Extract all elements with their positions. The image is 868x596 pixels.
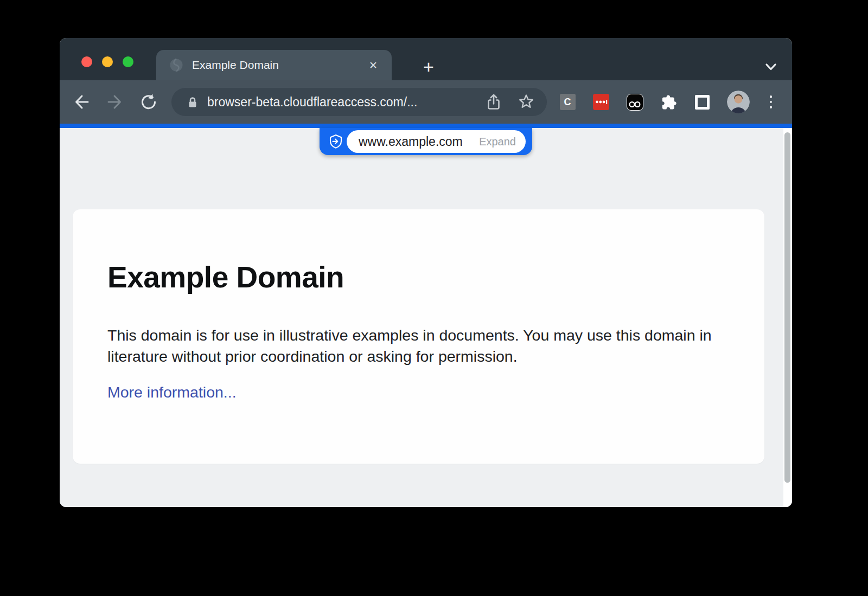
page-paragraph: This domain is for use in illustrative e… xyxy=(107,325,730,367)
isolation-accent-bar xyxy=(60,124,792,128)
tab-strip: Example Domain ✕ + xyxy=(60,38,792,80)
remote-url-field[interactable]: www.example.com Expand xyxy=(347,130,526,153)
close-tab-icon[interactable]: ✕ xyxy=(366,57,381,73)
minimize-window-button[interactable] xyxy=(102,56,113,67)
lock-icon[interactable] xyxy=(186,95,200,109)
extension-c-icon[interactable]: C xyxy=(559,93,576,111)
fullscreen-window-button[interactable] xyxy=(123,56,133,67)
extension-red-dots-icon[interactable] xyxy=(592,93,610,111)
browser-menu-icon[interactable] xyxy=(764,93,778,111)
share-icon[interactable] xyxy=(484,92,503,112)
tab-title: Example Domain xyxy=(192,59,366,72)
tab-example-domain[interactable]: Example Domain ✕ xyxy=(156,50,392,80)
chevron-down-icon[interactable] xyxy=(764,60,778,74)
side-panel-frame-icon[interactable] xyxy=(693,93,711,111)
toolbar: browser-beta.cloudflareaccess.com/... C xyxy=(60,80,792,124)
page-title: Example Domain xyxy=(107,260,730,294)
forward-button[interactable] xyxy=(104,91,126,113)
shield-arrow-icon xyxy=(325,133,347,150)
content-card: Example Domain This domain is for use in… xyxy=(73,209,764,464)
url-bar[interactable]: browser-beta.cloudflareaccess.com/... xyxy=(171,88,547,116)
reload-button[interactable] xyxy=(138,91,159,113)
new-tab-button[interactable]: + xyxy=(418,56,439,80)
expand-button[interactable]: Expand xyxy=(479,136,516,148)
close-window-button[interactable] xyxy=(81,56,92,67)
bookmark-star-icon[interactable] xyxy=(516,92,536,112)
remote-domain-text: www.example.com xyxy=(359,134,470,149)
desktop-background: { "tab": { "title": "Example Domain" }, … xyxy=(0,0,868,596)
extension-dark-circles-icon[interactable] xyxy=(626,93,643,111)
browser-window: Example Domain ✕ + xyxy=(60,38,792,507)
url-text: browser-beta.cloudflareaccess.com/... xyxy=(207,95,471,110)
globe-favicon-icon xyxy=(169,58,183,72)
extensions-puzzle-icon[interactable] xyxy=(660,93,677,111)
profile-avatar[interactable] xyxy=(727,91,750,113)
back-button[interactable] xyxy=(71,91,92,113)
page-content: www.example.com Expand Example Domain Th… xyxy=(60,128,792,507)
remote-domain-overlay[interactable]: www.example.com Expand xyxy=(320,128,532,155)
window-controls xyxy=(81,56,133,67)
scrollbar-thumb[interactable] xyxy=(784,132,790,483)
scrollbar-track[interactable] xyxy=(783,128,792,507)
more-information-link[interactable]: More information... xyxy=(107,383,237,401)
